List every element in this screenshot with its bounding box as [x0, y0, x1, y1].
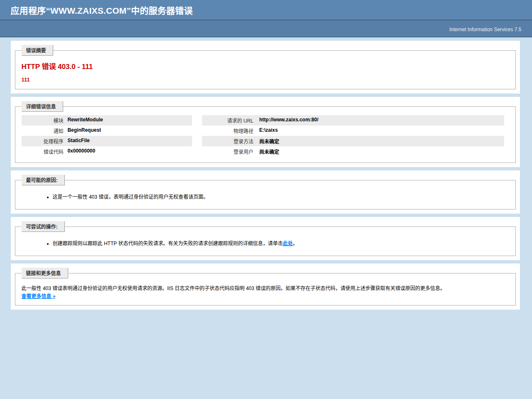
table-row: 通知 BeginRequest: [22, 126, 192, 136]
links-panel: 链接和更多信息 此一般性 403 错误表明通过身份验证的用户无权使用请求的资源。…: [11, 264, 520, 310]
links-fieldset: 链接和更多信息 此一般性 403 错误表明通过身份验证的用户无权使用请求的资源。…: [15, 268, 516, 305]
details-columns: 模块 RewriteModule 通知 BeginRequest 处理程序 St…: [22, 112, 509, 158]
table-row: 物理路径 E:\zaixs: [202, 126, 504, 136]
page-title: 应用程序“WWW.ZAIXS.COM”中的服务器错误: [11, 4, 522, 16]
details-left-column: 模块 RewriteModule 通知 BeginRequest 处理程序 St…: [22, 112, 192, 158]
content-area: 错误摘要 HTTP 错误 403.0 - 111 111 详细错误信息 模块 R…: [11, 41, 520, 318]
row-value: http://www.zaixs.com:80/: [259, 115, 504, 126]
row-value: E:\zaixs: [259, 126, 504, 136]
actions-fieldset: 可尝试的操作: 创建跟踪规则以跟踪此 HTTP 状态代码的失败请求。有关为失败的…: [15, 221, 516, 256]
table-row: 模块 RewriteModule: [22, 115, 192, 126]
more-link-line: 查看更多信息 »: [22, 292, 509, 299]
row-value: RewriteModule: [67, 115, 192, 126]
row-label: 错误代码: [22, 146, 68, 157]
details-right-column: 请求的 URL http://www.zaixs.com:80/ 物理路径 E:…: [202, 112, 504, 158]
actions-panel: 可尝试的操作: 创建跟踪规则以跟踪此 HTTP 状态代码的失败请求。有关为失败的…: [11, 217, 520, 260]
row-label: 模块: [22, 115, 68, 126]
error-title: HTTP 错误 403.0 - 111: [22, 61, 509, 71]
list-item: 创建跟踪规则以跟踪此 HTTP 状态代码的失败请求。有关为失败的请求创建跟踪规则…: [53, 239, 509, 246]
table-row: 处理程序 StaticFile: [22, 136, 192, 146]
row-label: 请求的 URL: [202, 115, 259, 126]
causes-fieldset: 最可能的原因: 这是一个一般性 403 错误，表明通过身份验证的用户无权查看该页…: [15, 175, 516, 209]
causes-list: 这是一个一般性 403 错误，表明通过身份验证的用户无权查看该页面。: [53, 193, 509, 200]
more-info-link[interactable]: 查看更多信息 »: [22, 293, 56, 299]
table-row: 请求的 URL http://www.zaixs.com:80/: [202, 115, 504, 126]
detailed-error-panel: 详细错误信息 模块 RewriteModule 通知 BeginRequest: [11, 97, 520, 167]
table-row: 登录方法 尚未确定: [202, 136, 504, 146]
error-summary-fieldset: 错误摘要 HTTP 错误 403.0 - 111 111: [15, 45, 516, 89]
list-item: 这是一个一般性 403 错误，表明通过身份验证的用户无权查看该页面。: [53, 193, 509, 200]
detailed-error-legend: 详细错误信息: [22, 101, 63, 112]
row-value: 尚未确定: [259, 146, 504, 157]
causes-legend: 最可能的原因:: [22, 175, 65, 185]
row-label: 处理程序: [22, 136, 68, 146]
error-summary-panel: 错误摘要 HTTP 错误 403.0 - 111 111: [11, 41, 520, 94]
details-right-table: 请求的 URL http://www.zaixs.com:80/ 物理路径 E:…: [202, 115, 504, 157]
links-legend: 链接和更多信息: [22, 268, 68, 278]
actions-legend: 可尝试的操作:: [22, 221, 65, 232]
detailed-error-fieldset: 详细错误信息 模块 RewriteModule 通知 BeginRequest: [15, 101, 516, 163]
row-label: 登录方法: [202, 136, 259, 146]
error-summary-legend: 错误摘要: [22, 45, 53, 56]
error-subtitle: 111: [22, 76, 509, 83]
causes-panel: 最可能的原因: 这是一个一般性 403 错误，表明通过身份验证的用户无权查看该页…: [11, 170, 520, 214]
links-paragraph: 此一般性 403 错误表明通过身份验证的用户无权使用请求的资源。IIS 日志文件…: [22, 284, 509, 291]
server-version-text: Internet Information Services 7.5: [449, 27, 521, 32]
server-version-bar: Internet Information Services 7.5: [0, 20, 532, 37]
here-link[interactable]: 此处: [283, 241, 293, 246]
row-label: 物理路径: [202, 126, 259, 136]
row-value: BeginRequest: [67, 126, 192, 136]
actions-list: 创建跟踪规则以跟踪此 HTTP 状态代码的失败请求。有关为失败的请求创建跟踪规则…: [53, 239, 509, 246]
row-value: 尚未确定: [259, 136, 504, 146]
table-row: 错误代码 0x00000000: [22, 146, 192, 157]
action-text: 创建跟踪规则以跟踪此 HTTP 状态代码的失败请求。有关为失败的请求创建跟踪规则…: [53, 241, 283, 246]
row-label: 登录用户: [202, 146, 259, 157]
action-text-suffix: 。: [293, 241, 298, 246]
details-left-table: 模块 RewriteModule 通知 BeginRequest 处理程序 St…: [22, 115, 192, 157]
row-value: 0x00000000: [67, 146, 192, 157]
table-row: 登录用户 尚未确定: [202, 146, 504, 157]
row-value: StaticFile: [67, 136, 192, 146]
page-header: 应用程序“WWW.ZAIXS.COM”中的服务器错误: [0, 0, 532, 20]
row-label: 通知: [22, 126, 68, 136]
